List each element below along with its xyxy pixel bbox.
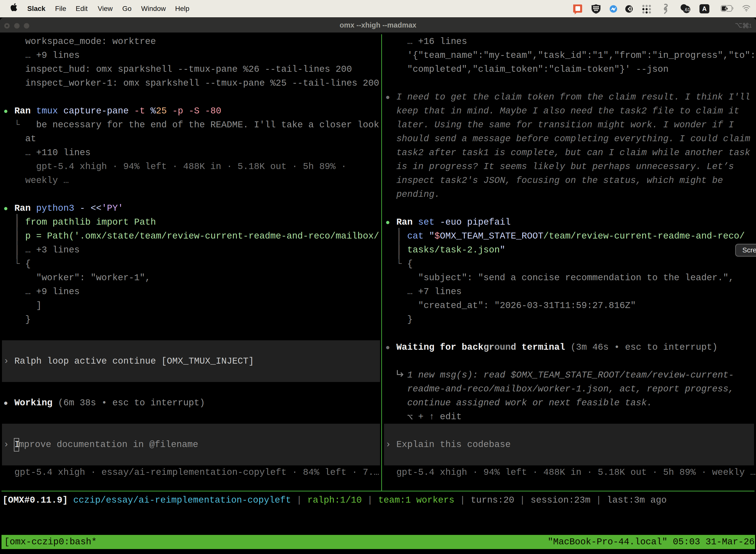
svg-text:A: A [702,5,707,12]
svg-text:1: 1 [749,22,752,29]
svg-text:..61: ..61 [682,7,690,12]
